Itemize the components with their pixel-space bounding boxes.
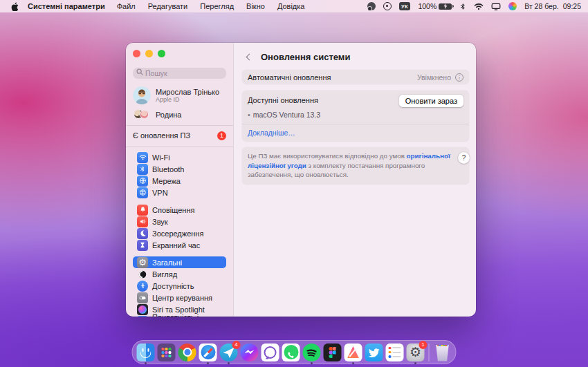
- gear-icon: ⚙: [137, 257, 148, 268]
- battery-percent-label: 100%: [418, 2, 437, 10]
- software-update-row[interactable]: Є оновлення ПЗ 1: [133, 130, 226, 141]
- avatar: [133, 86, 151, 104]
- figma-icon: [324, 344, 342, 361]
- safari-icon: [199, 344, 217, 361]
- search-icon: [136, 68, 143, 75]
- moon-icon: [137, 228, 148, 239]
- sidebar-item-notifications[interactable]: Сповіщення: [133, 204, 226, 216]
- status-app-icon[interactable]: [367, 2, 376, 10]
- menu-view[interactable]: Перегляд: [194, 2, 240, 10]
- content-header: Оновлення системи: [242, 48, 469, 65]
- more-info-link[interactable]: Докладніше…: [248, 124, 463, 142]
- dock-item-twitter[interactable]: [365, 343, 384, 362]
- sidebar-item-general[interactable]: ⚙ Загальні: [133, 256, 226, 268]
- dock-item-pixelmator[interactable]: [344, 343, 363, 362]
- apple-id-row[interactable]: Мирослав Трінько Apple ID: [133, 86, 226, 104]
- sidebar-item-bluetooth[interactable]: Bluetooth: [133, 163, 226, 175]
- running-indicator: [207, 362, 209, 364]
- dock-item-reminders[interactable]: [385, 343, 405, 362]
- input-source-badge[interactable]: УК: [399, 2, 411, 10]
- license-note: Це ПЗ має використовуватися відповідно д…: [242, 147, 469, 185]
- family-row[interactable]: Родина: [133, 109, 226, 120]
- menubar-app-name[interactable]: Системні параметри: [22, 2, 111, 10]
- running-indicator: [352, 362, 354, 364]
- siri-icon: [137, 304, 148, 315]
- dock-item-spotify[interactable]: [302, 343, 322, 362]
- update-count-badge: 1: [217, 131, 226, 140]
- sidebar-item-focus[interactable]: Зосередження: [133, 227, 226, 239]
- bluetooth-icon: [137, 164, 148, 175]
- battery-icon: [439, 3, 452, 10]
- sidebar-item-accessibility[interactable]: Доступність: [133, 280, 226, 292]
- sidebar-item-privacy-security[interactable]: Приватність і Безпека: [133, 315, 226, 317]
- time-label: 09:25: [563, 2, 581, 10]
- update-now-button[interactable]: Оновити зараз: [399, 95, 463, 107]
- sidebar-item-wifi[interactable]: Wi-Fi: [133, 151, 226, 163]
- zoom-button[interactable]: [158, 50, 165, 57]
- dock-item-launchpad[interactable]: [157, 343, 176, 362]
- dock-item-system-settings[interactable]: ⚙ 1: [406, 343, 425, 362]
- dock-item-safari[interactable]: [199, 343, 218, 362]
- help-button[interactable]: ?: [458, 152, 470, 164]
- menu-file[interactable]: Файл: [111, 2, 142, 10]
- sidebar-item-label: Доступність: [152, 282, 194, 290]
- bluetooth-icon[interactable]: [459, 2, 466, 11]
- accessibility-icon: [137, 281, 148, 292]
- sidebar-item-label: Звук: [152, 218, 168, 226]
- sidebar-item-control-center[interactable]: Центр керування: [133, 292, 226, 303]
- dock-item-trash[interactable]: [433, 343, 452, 362]
- dock-item-finder[interactable]: [136, 343, 156, 362]
- update-item: macOS Ventura 13.3: [248, 111, 463, 119]
- date-label: Вт 28 бер.: [524, 2, 558, 10]
- license-text-prefix: Це ПЗ має використовуватися відповідно д…: [248, 152, 407, 160]
- divider: [126, 147, 233, 147]
- available-updates-label: Доступні оновлення: [248, 95, 318, 104]
- battery-status[interactable]: 100%: [418, 2, 452, 10]
- close-button[interactable]: [133, 50, 140, 57]
- minimize-button[interactable]: [145, 50, 153, 57]
- spotify-icon: [303, 344, 321, 361]
- menu-window[interactable]: Вікно: [240, 2, 271, 10]
- software-update-label: Є оновлення ПЗ: [133, 131, 190, 140]
- dock-item-figma[interactable]: [323, 343, 342, 362]
- dock-item-telegram[interactable]: 4: [219, 343, 239, 362]
- chevron-left-icon: [246, 53, 253, 60]
- sidebar-item-screen-time[interactable]: Екранний час: [133, 239, 226, 251]
- now-playing-icon[interactable]: [383, 2, 392, 10]
- automatic-updates-row[interactable]: Автоматичні оновлення Увімкнено i: [242, 70, 469, 84]
- apple-menu[interactable]: [7, 2, 22, 11]
- search-input[interactable]: [133, 68, 226, 79]
- menu-edit[interactable]: Редагувати: [142, 2, 194, 10]
- sidebar-item-appearance[interactable]: Вигляд: [133, 268, 226, 280]
- available-updates-card: Доступні оновлення Оновити зараз macOS V…: [242, 91, 469, 142]
- menu-help[interactable]: Довідка: [271, 2, 311, 10]
- divider: [126, 125, 233, 126]
- viber-icon: [261, 344, 279, 361]
- menu-bar: Системні параметри Файл Редагувати Перег…: [0, 0, 588, 12]
- sidebar-item-sound[interactable]: Звук: [133, 216, 226, 227]
- display-icon[interactable]: [491, 3, 501, 10]
- info-icon[interactable]: i: [455, 73, 463, 82]
- dock-item-messenger[interactable]: [240, 343, 259, 362]
- family-avatars: [133, 109, 151, 120]
- color-wheel-icon[interactable]: [508, 2, 517, 10]
- sidebar-item-label: Екранний час: [152, 241, 200, 250]
- back-button[interactable]: [242, 50, 255, 63]
- content-pane: Оновлення системи Автоматичні оновлення …: [233, 43, 476, 317]
- sidebar-item-label: Загальні: [152, 258, 182, 267]
- running-indicator: [414, 362, 416, 364]
- dock-item-viber[interactable]: [261, 343, 280, 362]
- dock-separator: [429, 344, 430, 361]
- sidebar-item-vpn[interactable]: VPN: [133, 187, 226, 198]
- menubar-clock[interactable]: Вт 28 бер. 09:25: [524, 2, 581, 10]
- dock-item-whatsapp[interactable]: [282, 343, 301, 362]
- automatic-updates-label: Автоматичні оновлення: [248, 73, 331, 82]
- sidebar-item-network[interactable]: Мережа: [133, 175, 226, 187]
- speaker-icon: [137, 216, 148, 227]
- dock-item-chrome[interactable]: [178, 343, 197, 362]
- running-indicator: [145, 362, 147, 364]
- sidebar-item-label: VPN: [152, 189, 168, 197]
- wifi-icon[interactable]: [474, 3, 484, 10]
- appearance-icon: [137, 269, 148, 280]
- sidebar-item-label: Приватність і Безпека: [152, 313, 222, 317]
